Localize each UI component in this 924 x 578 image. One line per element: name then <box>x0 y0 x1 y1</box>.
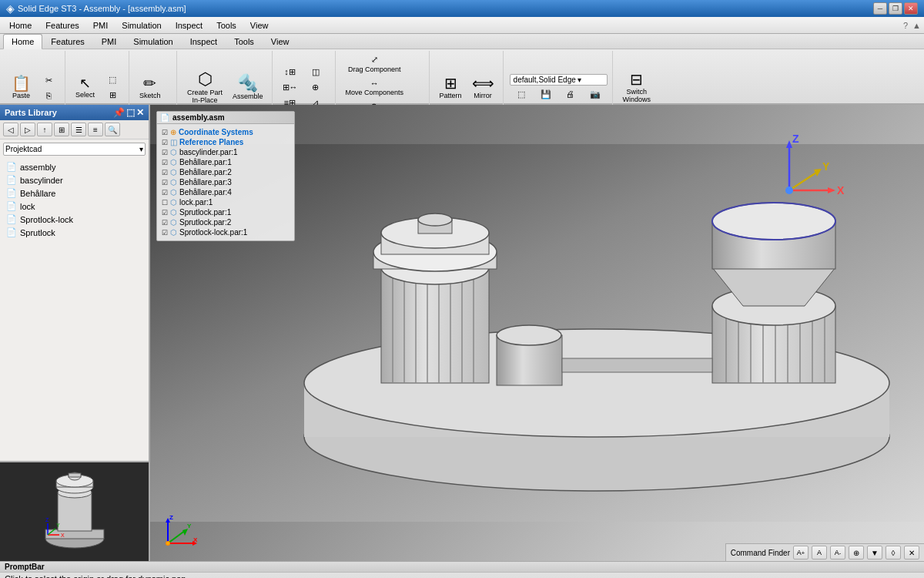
tab-home[interactable]: Home <box>3 34 42 49</box>
cmd-btn-1[interactable]: A+ <box>793 546 808 560</box>
pl-view-btn3[interactable]: ≡ <box>88 123 103 136</box>
relate-btn-5[interactable]: ⊕ <box>304 80 327 95</box>
config-btn-3[interactable]: 🖨 <box>559 87 582 102</box>
cmd-btn-6[interactable]: ◊ <box>886 546 901 560</box>
cmd-btn-2[interactable]: A <box>812 546 827 560</box>
cmd-btn-5[interactable]: ▼ <box>867 546 882 560</box>
mirror-button[interactable]: ⟺ Mirror <box>468 69 498 107</box>
menu-home[interactable]: Home <box>3 19 38 32</box>
tab-simulation[interactable]: Simulation <box>125 34 181 49</box>
asm-root-name: assembly.asm <box>172 113 225 122</box>
svg-text:Y: Y <box>822 160 830 173</box>
asm-behallare3[interactable]: ☑ ⬡ Behållare.par:3 <box>160 177 291 187</box>
asm-behallare1[interactable]: ☑ ⬡ Behållare.par:1 <box>160 157 291 167</box>
create-part-button[interactable]: ⬡ Create PartIn-Place <box>183 69 226 107</box>
svg-point-34 <box>418 213 452 226</box>
svg-point-61 <box>785 187 793 194</box>
relate-btn-4[interactable]: ◫ <box>304 65 327 79</box>
tab-features[interactable]: Features <box>42 34 92 49</box>
menu-view[interactable]: View <box>244 19 275 32</box>
asm-bascylinder[interactable]: ☑ ⬡ bascylinder.par:1 <box>160 147 291 157</box>
parts-library-header: Parts Library 📌 ⬚ ✕ <box>0 105 149 120</box>
pin-icon[interactable]: 📌 <box>113 107 125 118</box>
mirror-label: Mirror <box>474 92 492 99</box>
tree-item-sprotlock-lock[interactable]: 📄 Sprotlock-lock <box>0 213 149 226</box>
project-dropdown[interactable]: Projektcad ▾ <box>3 143 146 156</box>
select-button[interactable]: ↖ Select <box>72 69 99 107</box>
close-panel-icon[interactable]: ✕ <box>136 107 144 118</box>
asm-sprutlock1[interactable]: ☑ ⬡ Sprutlock.par:1 <box>160 207 291 217</box>
fence-select-button[interactable]: ⬚ <box>101 72 124 87</box>
title-text: Solid Edge ST3 - Assembly - [assembly.as… <box>18 4 186 13</box>
tab-inspect[interactable]: Inspect <box>182 34 226 49</box>
drag-component-button[interactable]: ⤢ Drag Component <box>342 52 408 76</box>
tree-item-assembly[interactable]: 📄 assembly <box>0 160 149 173</box>
restore-button[interactable]: ❐ <box>889 2 902 15</box>
tree-item-lock[interactable]: 📄 lock <box>0 200 149 213</box>
help-icon[interactable]: ? <box>903 21 908 30</box>
file-icon-6: 📄 <box>6 227 17 237</box>
pl-search-button[interactable]: 🔍 <box>105 123 120 136</box>
part-icon-9: ⬡ <box>170 228 177 237</box>
asm-reference-planes[interactable]: ☑ ◫ Reference Planes <box>160 137 291 147</box>
tab-view[interactable]: View <box>263 34 298 49</box>
copy-button[interactable]: ⎘ <box>37 89 60 102</box>
asm-sprutlock2[interactable]: ☑ ⬡ Sprutlock.par:2 <box>160 217 291 227</box>
asm-behallare2[interactable]: ☑ ⬡ Behållare.par:2 <box>160 167 291 177</box>
parts-tree: 📄 assembly 📄 bascylinder 📄 Behållare 📄 l… <box>0 159 149 461</box>
close-button[interactable]: ✕ <box>904 2 918 15</box>
menu-inspect[interactable]: Inspect <box>169 19 209 32</box>
cmd-btn-4[interactable]: ⊕ <box>849 546 864 560</box>
asm-sprotlock-lock[interactable]: ☑ ⬡ Sprotlock-lock.par:1 <box>160 227 291 237</box>
svg-point-36 <box>497 325 561 345</box>
tree-item-sprutlock[interactable]: 📄 Sprutlock <box>0 226 149 239</box>
tree-item-behallare[interactable]: 📄 Behållare <box>0 187 149 200</box>
tree-item-bascylinder[interactable]: 📄 bascylinder <box>0 173 149 187</box>
move-components-label: Move Components <box>346 89 404 96</box>
pl-view-btn2[interactable]: ☰ <box>71 123 86 136</box>
menu-simulation[interactable]: Simulation <box>116 19 167 32</box>
cmd-btn-3[interactable]: A- <box>830 546 845 560</box>
tab-pmi[interactable]: PMI <box>93 34 126 49</box>
relate-btn-1[interactable]: ↕⊞ <box>279 65 302 79</box>
svg-rect-51 <box>562 358 712 372</box>
assemble-button[interactable]: 🔩 Assemble <box>229 69 267 107</box>
paste-button[interactable]: 📋 Paste <box>8 69 35 107</box>
file-icon-5: 📄 <box>6 214 17 224</box>
minimize-ribbon-icon[interactable]: ▲ <box>912 21 921 30</box>
menu-tools[interactable]: Tools <box>210 19 243 32</box>
float-icon[interactable]: ⬚ <box>126 107 135 118</box>
preview-svg: Z X Y <box>36 465 113 558</box>
asm-coord-systems[interactable]: ☑ ⊕ Coordinate Systems <box>160 127 291 137</box>
command-finder-label: Command Finder <box>731 549 790 557</box>
asm-lock[interactable]: ☐ ⬡ lock.par:1 <box>160 197 291 207</box>
viewport[interactable]: Z X Y 📄 assembly.asm ☑ ⊕ Co <box>150 105 924 561</box>
cmd-btn-7[interactable]: ✕ <box>904 546 919 560</box>
config-dropdown[interactable]: default,Solid Edge ▾ <box>510 74 608 86</box>
relate-btn-2[interactable]: ⊞↔ <box>279 80 302 95</box>
pl-back-button[interactable]: ◁ <box>3 123 18 136</box>
config-btn-2[interactable]: 💾 <box>534 87 557 102</box>
pl-view-btn1[interactable]: ⊞ <box>54 123 69 136</box>
select-all-button[interactable]: ⊞ <box>101 88 124 102</box>
pattern-button[interactable]: ⊞ Pattern <box>436 69 466 107</box>
cut-button[interactable]: ✂ <box>37 73 60 88</box>
pl-up-button[interactable]: ↑ <box>37 123 52 136</box>
pl-forward-button[interactable]: ▷ <box>20 123 35 136</box>
tab-tools[interactable]: Tools <box>226 34 263 49</box>
move-components-button[interactable]: ↔ Move Components <box>342 76 408 99</box>
config-btn-1[interactable]: ⬚ <box>510 87 533 102</box>
switch-windows-button[interactable]: ⊟ SwitchWindows <box>619 69 655 107</box>
svg-text:X: X <box>837 184 845 197</box>
app-icon: ◈ <box>6 2 15 15</box>
prompt-text: Click to select the origin or drag for d… <box>0 573 924 578</box>
minimize-button[interactable]: ─ <box>873 2 887 15</box>
command-finder-bar: Command Finder A+ A A- ⊕ ▼ ◊ ✕ <box>725 543 924 561</box>
asm-behallare4[interactable]: ☑ ⬡ Behållare.par:4 <box>160 187 291 197</box>
part-icon-5: ⬡ <box>170 188 177 197</box>
cut-icon: ✂ <box>45 76 52 86</box>
menu-pmi[interactable]: PMI <box>87 19 115 32</box>
menu-features[interactable]: Features <box>39 19 85 32</box>
config-btn-4[interactable]: 📷 <box>584 87 607 102</box>
sketch-button[interactable]: ✏ Sketch <box>136 69 165 107</box>
